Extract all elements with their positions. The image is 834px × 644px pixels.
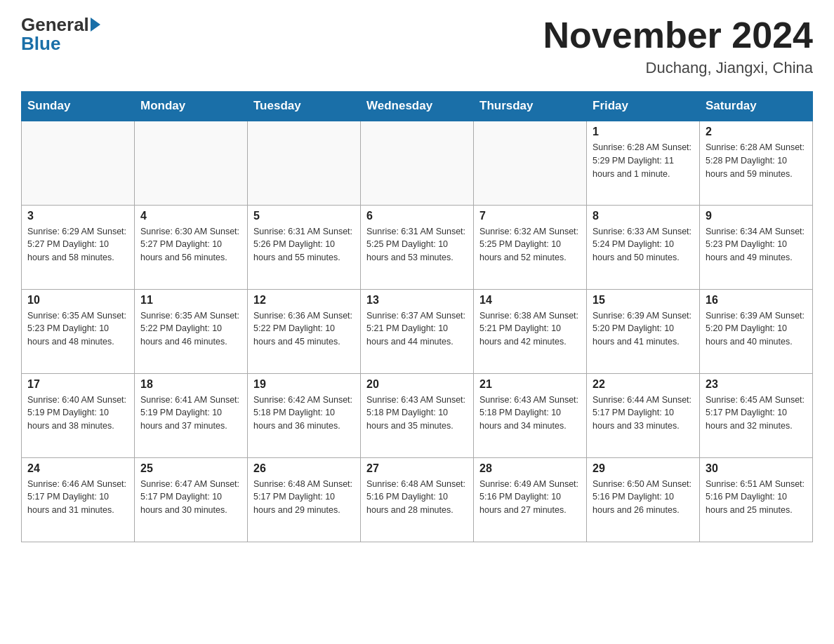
calendar-cell: 9Sunrise: 6:34 AM Sunset: 5:23 PM Daylig… xyxy=(700,205,813,289)
day-info: Sunrise: 6:35 AM Sunset: 5:22 PM Dayligh… xyxy=(140,309,241,349)
day-info: Sunrise: 6:43 AM Sunset: 5:18 PM Dayligh… xyxy=(479,394,581,433)
weekday-header-tuesday: Tuesday xyxy=(248,92,361,121)
calendar-cell: 26Sunrise: 6:48 AM Sunset: 5:17 PM Dayli… xyxy=(248,457,361,542)
day-info: Sunrise: 6:31 AM Sunset: 5:26 PM Dayligh… xyxy=(253,225,355,264)
day-number: 2 xyxy=(706,126,807,138)
day-number: 15 xyxy=(593,294,694,307)
day-info: Sunrise: 6:33 AM Sunset: 5:24 PM Dayligh… xyxy=(593,225,694,264)
calendar-cell: 7Sunrise: 6:32 AM Sunset: 5:25 PM Daylig… xyxy=(474,205,587,289)
day-number: 8 xyxy=(593,210,694,222)
day-number: 3 xyxy=(27,210,128,222)
logo-triangle-icon xyxy=(91,18,100,32)
calendar-week-row: 1Sunrise: 6:28 AM Sunset: 5:29 PM Daylig… xyxy=(22,121,813,205)
calendar-cell: 20Sunrise: 6:43 AM Sunset: 5:18 PM Dayli… xyxy=(361,373,474,457)
page-header: General Blue November 2024 Duchang, Jian… xyxy=(21,14,813,77)
day-info: Sunrise: 6:47 AM Sunset: 5:17 PM Dayligh… xyxy=(140,478,241,517)
day-number: 13 xyxy=(366,294,468,307)
calendar-cell: 13Sunrise: 6:37 AM Sunset: 5:21 PM Dayli… xyxy=(361,289,474,373)
day-number: 1 xyxy=(593,126,694,138)
calendar-cell: 3Sunrise: 6:29 AM Sunset: 5:27 PM Daylig… xyxy=(22,205,135,289)
day-number: 18 xyxy=(140,378,241,391)
calendar-cell: 15Sunrise: 6:39 AM Sunset: 5:20 PM Dayli… xyxy=(587,289,700,373)
day-info: Sunrise: 6:40 AM Sunset: 5:19 PM Dayligh… xyxy=(27,394,128,433)
calendar-cell: 14Sunrise: 6:38 AM Sunset: 5:21 PM Dayli… xyxy=(474,289,587,373)
day-info: Sunrise: 6:28 AM Sunset: 5:28 PM Dayligh… xyxy=(706,141,807,180)
weekday-header-row: SundayMondayTuesdayWednesdayThursdayFrid… xyxy=(22,92,813,121)
day-number: 10 xyxy=(27,294,128,307)
calendar-cell: 30Sunrise: 6:51 AM Sunset: 5:16 PM Dayli… xyxy=(700,457,813,542)
day-info: Sunrise: 6:48 AM Sunset: 5:16 PM Dayligh… xyxy=(366,478,468,517)
day-number: 28 xyxy=(479,462,581,475)
calendar-cell: 12Sunrise: 6:36 AM Sunset: 5:22 PM Dayli… xyxy=(248,289,361,373)
location-text: Duchang, Jiangxi, China xyxy=(543,59,813,77)
calendar-cell: 21Sunrise: 6:43 AM Sunset: 5:18 PM Dayli… xyxy=(474,373,587,457)
calendar-cell: 23Sunrise: 6:45 AM Sunset: 5:17 PM Dayli… xyxy=(700,373,813,457)
calendar-cell: 29Sunrise: 6:50 AM Sunset: 5:16 PM Dayli… xyxy=(587,457,700,542)
day-info: Sunrise: 6:50 AM Sunset: 5:16 PM Dayligh… xyxy=(593,478,694,517)
day-number: 5 xyxy=(253,210,355,222)
day-info: Sunrise: 6:35 AM Sunset: 5:23 PM Dayligh… xyxy=(27,309,128,349)
day-info: Sunrise: 6:39 AM Sunset: 5:20 PM Dayligh… xyxy=(706,309,807,349)
day-info: Sunrise: 6:45 AM Sunset: 5:17 PM Dayligh… xyxy=(706,394,807,433)
calendar-week-row: 24Sunrise: 6:46 AM Sunset: 5:17 PM Dayli… xyxy=(22,457,813,542)
day-info: Sunrise: 6:46 AM Sunset: 5:17 PM Dayligh… xyxy=(27,478,128,517)
day-number: 27 xyxy=(366,462,468,475)
calendar-cell: 4Sunrise: 6:30 AM Sunset: 5:27 PM Daylig… xyxy=(135,205,248,289)
day-info: Sunrise: 6:38 AM Sunset: 5:21 PM Dayligh… xyxy=(479,309,581,349)
day-number: 9 xyxy=(706,210,807,222)
calendar-cell: 5Sunrise: 6:31 AM Sunset: 5:26 PM Daylig… xyxy=(248,205,361,289)
calendar-cell: 17Sunrise: 6:40 AM Sunset: 5:19 PM Dayli… xyxy=(22,373,135,457)
day-number: 4 xyxy=(140,210,241,222)
calendar-cell: 2Sunrise: 6:28 AM Sunset: 5:28 PM Daylig… xyxy=(700,121,813,205)
weekday-header-sunday: Sunday xyxy=(22,92,135,121)
day-info: Sunrise: 6:42 AM Sunset: 5:18 PM Dayligh… xyxy=(253,394,355,433)
day-number: 11 xyxy=(140,294,241,307)
calendar-week-row: 10Sunrise: 6:35 AM Sunset: 5:23 PM Dayli… xyxy=(22,289,813,373)
weekday-header-friday: Friday xyxy=(587,92,700,121)
day-info: Sunrise: 6:43 AM Sunset: 5:18 PM Dayligh… xyxy=(366,394,468,433)
calendar-cell xyxy=(22,121,135,205)
weekday-header-wednesday: Wednesday xyxy=(361,92,474,121)
calendar-cell: 16Sunrise: 6:39 AM Sunset: 5:20 PM Dayli… xyxy=(700,289,813,373)
calendar-cell: 22Sunrise: 6:44 AM Sunset: 5:17 PM Dayli… xyxy=(587,373,700,457)
day-info: Sunrise: 6:30 AM Sunset: 5:27 PM Dayligh… xyxy=(140,225,241,264)
calendar-week-row: 17Sunrise: 6:40 AM Sunset: 5:19 PM Dayli… xyxy=(22,373,813,457)
calendar-cell: 28Sunrise: 6:49 AM Sunset: 5:16 PM Dayli… xyxy=(474,457,587,542)
day-number: 7 xyxy=(479,210,581,222)
weekday-header-monday: Monday xyxy=(135,92,248,121)
calendar-cell xyxy=(361,121,474,205)
day-number: 19 xyxy=(253,378,355,391)
calendar-cell: 6Sunrise: 6:31 AM Sunset: 5:25 PM Daylig… xyxy=(361,205,474,289)
day-number: 21 xyxy=(479,378,581,391)
calendar-cell: 18Sunrise: 6:41 AM Sunset: 5:19 PM Dayli… xyxy=(135,373,248,457)
calendar-cell: 24Sunrise: 6:46 AM Sunset: 5:17 PM Dayli… xyxy=(22,457,135,542)
calendar-cell: 10Sunrise: 6:35 AM Sunset: 5:23 PM Dayli… xyxy=(22,289,135,373)
day-info: Sunrise: 6:51 AM Sunset: 5:16 PM Dayligh… xyxy=(706,478,807,517)
day-number: 30 xyxy=(706,462,807,475)
day-info: Sunrise: 6:37 AM Sunset: 5:21 PM Dayligh… xyxy=(366,309,468,349)
day-number: 20 xyxy=(366,378,468,391)
day-info: Sunrise: 6:41 AM Sunset: 5:19 PM Dayligh… xyxy=(140,394,241,433)
day-number: 29 xyxy=(593,462,694,475)
calendar-table: SundayMondayTuesdayWednesdayThursdayFrid… xyxy=(21,91,813,542)
calendar-cell xyxy=(248,121,361,205)
day-number: 22 xyxy=(593,378,694,391)
day-info: Sunrise: 6:34 AM Sunset: 5:23 PM Dayligh… xyxy=(706,225,807,264)
logo: General Blue xyxy=(21,14,102,55)
weekday-header-saturday: Saturday xyxy=(700,92,813,121)
calendar-cell: 19Sunrise: 6:42 AM Sunset: 5:18 PM Dayli… xyxy=(248,373,361,457)
day-info: Sunrise: 6:49 AM Sunset: 5:16 PM Dayligh… xyxy=(479,478,581,517)
calendar-cell: 27Sunrise: 6:48 AM Sunset: 5:16 PM Dayli… xyxy=(361,457,474,542)
day-info: Sunrise: 6:28 AM Sunset: 5:29 PM Dayligh… xyxy=(593,141,694,180)
day-info: Sunrise: 6:31 AM Sunset: 5:25 PM Dayligh… xyxy=(366,225,468,264)
day-number: 6 xyxy=(366,210,468,222)
day-info: Sunrise: 6:44 AM Sunset: 5:17 PM Dayligh… xyxy=(593,394,694,433)
day-info: Sunrise: 6:36 AM Sunset: 5:22 PM Dayligh… xyxy=(253,309,355,349)
day-number: 24 xyxy=(27,462,128,475)
logo-blue-text: Blue xyxy=(21,33,60,55)
day-number: 23 xyxy=(706,378,807,391)
day-info: Sunrise: 6:39 AM Sunset: 5:20 PM Dayligh… xyxy=(593,309,694,349)
day-number: 14 xyxy=(479,294,581,307)
weekday-header-thursday: Thursday xyxy=(474,92,587,121)
calendar-cell xyxy=(135,121,248,205)
